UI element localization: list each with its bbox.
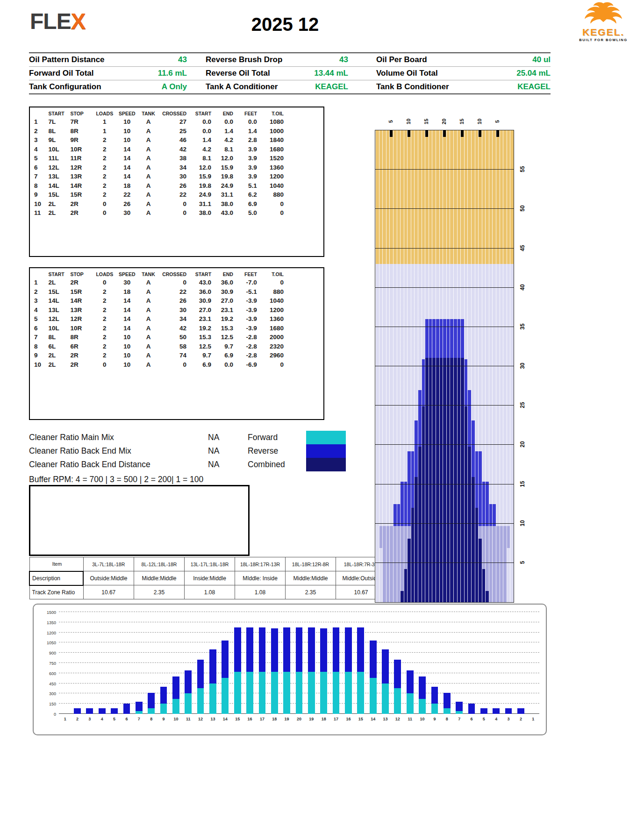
info-value: KEAGEL bbox=[309, 82, 348, 92]
oil-band-span-medium bbox=[425, 319, 464, 357]
info-value: KEAGEL bbox=[479, 82, 551, 92]
flex-logo-text: FLE bbox=[30, 9, 71, 34]
forward-bar-segment bbox=[431, 704, 438, 714]
oil-band bbox=[375, 390, 514, 406]
oil-band-span-dark bbox=[407, 548, 481, 569]
cleaner-value: NA bbox=[208, 446, 248, 456]
legend-label-combined: Combined bbox=[248, 460, 306, 470]
reverse-bar-segment bbox=[419, 676, 426, 699]
reverse-bar-segment bbox=[456, 702, 463, 711]
column-header: START bbox=[188, 270, 213, 278]
lane-gridline bbox=[375, 366, 514, 366]
x-axis-tick-label: 11 bbox=[404, 717, 416, 721]
bar-slot: 12 bbox=[392, 612, 404, 714]
bar-slot: 7 bbox=[453, 612, 465, 714]
lane-gridline bbox=[375, 562, 514, 563]
track-row-label: Track Zone Ratio bbox=[29, 585, 83, 599]
oil-band bbox=[375, 548, 514, 569]
x-axis-tick-label: 1 bbox=[527, 717, 539, 721]
table-row: 413L13R214A3027.023.1-3.91200 bbox=[33, 306, 285, 315]
reverse-bar-segment bbox=[234, 627, 241, 671]
bar-slot: 14 bbox=[219, 612, 231, 714]
column-header: LOADS bbox=[93, 109, 115, 117]
oil-band bbox=[375, 569, 514, 591]
info-row: Tank Configuration A Only Tank A Conditi… bbox=[29, 80, 551, 93]
forward-bar-segment bbox=[259, 672, 266, 714]
x-axis-tick-label: 14 bbox=[219, 717, 231, 721]
bar-slot: 8 bbox=[441, 612, 453, 714]
forward-bar-segment bbox=[345, 672, 352, 714]
bar-slot: 7 bbox=[133, 612, 145, 714]
info-label: Tank A Conditioner bbox=[187, 82, 309, 92]
info-label: Reverse Brush Drop bbox=[187, 55, 309, 64]
oil-band-span-dark bbox=[425, 359, 464, 390]
info-value: 43 bbox=[141, 55, 187, 64]
bar-slot: 10 bbox=[416, 612, 428, 714]
oil-band bbox=[375, 420, 514, 447]
legend-label-reverse: Reverse bbox=[248, 446, 306, 456]
bar-slot: 4 bbox=[490, 612, 502, 714]
y-axis-tick-label: 450 bbox=[39, 682, 56, 686]
column-header: LOADS bbox=[93, 270, 115, 278]
lane-tick-mark bbox=[390, 130, 393, 137]
x-axis-tick-label: 14 bbox=[367, 717, 379, 721]
x-axis-tick-label: 12 bbox=[392, 717, 404, 721]
info-label: Tank B Conditioner bbox=[348, 82, 479, 92]
x-axis-tick-label: 5 bbox=[478, 717, 490, 721]
track-row-label: Description bbox=[29, 571, 83, 585]
bar-slot: 13 bbox=[207, 612, 219, 714]
forward-bar-segment bbox=[234, 672, 241, 714]
oil-volume-chart: 0150300450600750900105012001350150012345… bbox=[33, 604, 547, 735]
column-header bbox=[33, 109, 47, 117]
x-axis-tick-label: 20 bbox=[293, 717, 305, 721]
info-label: Volume Oil Total bbox=[348, 69, 479, 78]
pattern-info-grid: Oil Pattern Distance 43 Reverse Brush Dr… bbox=[29, 52, 551, 94]
x-axis-tick-label: 13 bbox=[207, 717, 219, 721]
y-axis-tick-label: 900 bbox=[39, 651, 56, 655]
legend-swatch-combined bbox=[306, 458, 346, 471]
oil-band-span-dark bbox=[400, 591, 489, 602]
y-axis-tick-label: 1200 bbox=[39, 631, 56, 635]
flex-logo: FLEX bbox=[30, 10, 86, 33]
reverse-bar-segment bbox=[209, 649, 216, 683]
forward-bar-segment bbox=[370, 678, 377, 714]
track-item: 13L-17L:18L-18R bbox=[185, 557, 235, 571]
column-header: T.OIL bbox=[258, 270, 285, 278]
forward-bar-segment bbox=[185, 693, 192, 714]
cleaner-label: Cleaner Ratio Main Mix bbox=[29, 433, 208, 442]
x-axis-tick-label: 8 bbox=[441, 717, 453, 721]
reverse-bar-segment bbox=[222, 641, 229, 678]
column-header: CROSSED bbox=[158, 109, 188, 117]
bar-slot: 19 bbox=[305, 612, 317, 714]
info-label: Tank Configuration bbox=[29, 82, 141, 92]
track-item: 3L-7L:18L-18R bbox=[83, 557, 134, 571]
reverse-bar-segment bbox=[283, 627, 290, 671]
distance-label: 25 bbox=[516, 399, 529, 412]
bar-slot: 3 bbox=[502, 612, 515, 714]
table-row: 215L15R218A2236.030.9-5.1880 bbox=[33, 287, 285, 297]
kegel-logo: KEGEL. BUILT FOR BOWLING bbox=[575, 1, 632, 42]
lane-gridline bbox=[375, 484, 514, 484]
info-value: 43 bbox=[309, 55, 348, 64]
column-header: STOP bbox=[69, 109, 93, 117]
forward-bar-segment bbox=[197, 688, 204, 714]
bar-slot: 2 bbox=[515, 612, 527, 714]
table-row: 102L2R010A06.90.0-6.90 bbox=[33, 360, 285, 370]
forward-bar-segment bbox=[320, 672, 327, 714]
bar-slot: 11 bbox=[182, 612, 194, 714]
bar-slot: 16 bbox=[342, 612, 354, 714]
oil-band-span-dark bbox=[422, 406, 468, 420]
distance-label: 10 bbox=[516, 517, 529, 530]
lane-gridline bbox=[375, 405, 514, 406]
lane-gridline bbox=[375, 248, 514, 249]
reverse-bar-segment bbox=[382, 649, 389, 683]
legend-label-forward: Forward bbox=[248, 433, 306, 442]
oil-band bbox=[375, 539, 514, 548]
cleaner-value: NA bbox=[208, 460, 248, 470]
reverse-bar-segment bbox=[308, 627, 315, 671]
forward-bar-segment bbox=[456, 711, 463, 714]
info-value: 13.44 mL bbox=[309, 69, 348, 78]
forward-bar-segment bbox=[357, 672, 364, 714]
x-axis-tick-label: 3 bbox=[502, 717, 515, 721]
y-axis-tick-label: 750 bbox=[39, 661, 56, 666]
